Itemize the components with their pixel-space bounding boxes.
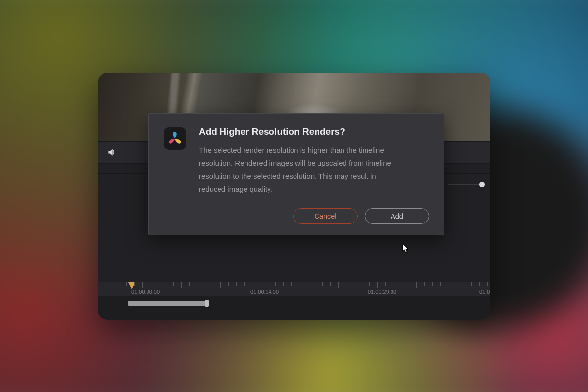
ruler-tick [291,282,292,286]
ruler-tick [268,282,268,286]
ruler-tick [189,282,190,286]
ruler-tick [220,282,221,288]
ruler-tick [346,282,346,286]
davinci-resolve-logo-icon [164,127,186,150]
dialog-title: Add Higher Resolution Renders? [199,126,395,137]
ruler-tick [440,282,441,286]
mouse-cursor-icon [402,244,409,254]
ruler-tick [111,282,111,286]
ruler-tick [103,282,103,288]
timecode-label: 01:00:14:00 [250,289,279,294]
add-button[interactable]: Add [365,208,429,224]
ruler-tick [252,282,252,286]
ruler-tick [150,282,150,286]
dialog-body-text: The selected render resolution is higher… [199,144,395,196]
ruler-tick [275,282,276,286]
ruler-tick [471,282,472,286]
zoom-slider[interactable] [448,184,483,185]
ruler-tick [464,282,464,286]
timeline[interactable]: 01:00:00:00 01:00:14:00 01:00:29:00 01:0 [98,282,490,320]
ruler-tick [283,282,284,286]
ruler-tick [197,282,197,286]
ruler-tick [307,282,307,286]
cancel-button[interactable]: Cancel [293,208,358,224]
ruler-tick [487,282,488,286]
ruler-tick [424,282,425,286]
ruler-tick [119,282,119,286]
ruler-tick [260,282,260,288]
speaker-icon[interactable] [107,147,117,157]
ruler-tick [354,282,354,286]
ruler-tick [330,282,331,286]
ruler-tick [409,282,409,286]
ruler-tick [479,282,480,286]
ruler-tick [134,282,135,286]
ruler-tick [377,282,378,288]
ruler-tick [299,282,299,288]
ruler-tick [362,282,362,286]
ruler-tick [173,282,174,286]
timecode-label: 01:00:29:00 [368,289,396,294]
ruler-tick [126,282,127,286]
zoom-slider-knob[interactable] [479,182,485,187]
resolution-warning-dialog: Add Higher Resolution Renders? The selec… [148,113,444,235]
ruler-tick [228,282,229,286]
ruler-tick [205,282,205,286]
ruler-tick [416,282,417,288]
ruler-tick [456,282,456,288]
ruler-tick [432,282,433,286]
ruler-tick [322,282,323,286]
ruler-tick [338,282,339,288]
ruler-tick [142,282,143,288]
ruler-tick [213,282,213,286]
timeline-clip[interactable] [128,301,207,306]
ruler-tick [393,282,393,286]
ruler-tick [385,282,386,286]
clip-out-handle[interactable] [205,300,209,307]
ruler-tick [158,282,158,286]
timeline-ruler[interactable]: 01:00:00:00 01:00:14:00 01:00:29:00 01:0 [98,282,490,296]
ruler-tick [181,282,182,288]
timecode-label: 01:00:00:00 [131,289,160,294]
ruler-tick [401,282,401,286]
timecode-label: 01:0 [479,289,490,294]
ruler-tick [369,282,370,286]
ruler-tick [315,282,315,286]
ruler-tick [244,282,245,286]
ruler-tick [166,282,166,286]
ruler-tick [236,282,237,286]
ruler-tick [448,282,448,286]
